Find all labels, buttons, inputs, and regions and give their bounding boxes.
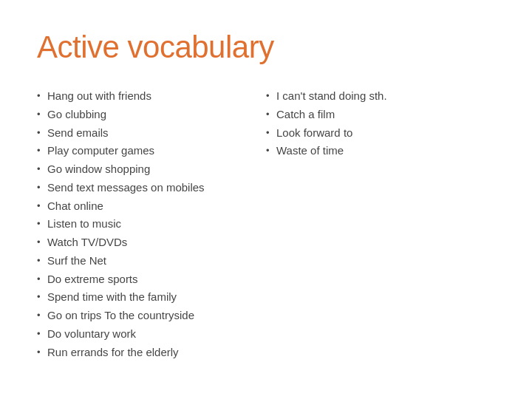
list-item: Hang out with friends <box>37 87 266 106</box>
list-item: Send emails <box>37 124 266 143</box>
list-item: Go window shopping <box>37 160 266 179</box>
list-item: Go clubbing <box>37 106 266 124</box>
list-item: Play computer games <box>37 142 266 160</box>
list-item: Spend time with the family <box>37 288 266 307</box>
list-item: Go on trips To the countryside <box>37 307 266 325</box>
list-item: Waste of time <box>266 142 495 160</box>
list-item: Catch a film <box>266 106 495 124</box>
slide: Active vocabulary Hang out with friendsG… <box>0 0 532 399</box>
content-area: Hang out with friendsGo clubbingSend ema… <box>37 87 495 361</box>
left-bullet-list: Hang out with friendsGo clubbingSend ema… <box>37 87 266 361</box>
list-item: Run errands for the elderly <box>37 344 266 362</box>
list-item: Listen to music <box>37 215 266 233</box>
list-item: I can't stand doing sth. <box>266 87 495 106</box>
right-column: I can't stand doing sth.Catch a filmLook… <box>266 87 495 160</box>
slide-title: Active vocabulary <box>37 30 495 65</box>
list-item: Send text messages on mobiles <box>37 179 266 197</box>
right-bullet-list: I can't stand doing sth.Catch a filmLook… <box>266 87 495 160</box>
list-item: Watch TV/DVDs <box>37 233 266 252</box>
list-item: Do extreme sports <box>37 270 266 289</box>
list-item: Look forward to <box>266 124 495 143</box>
list-item: Surf the Net <box>37 252 266 270</box>
left-column: Hang out with friendsGo clubbingSend ema… <box>37 87 266 361</box>
list-item: Chat online <box>37 197 266 216</box>
list-item: Do voluntary work <box>37 325 266 344</box>
